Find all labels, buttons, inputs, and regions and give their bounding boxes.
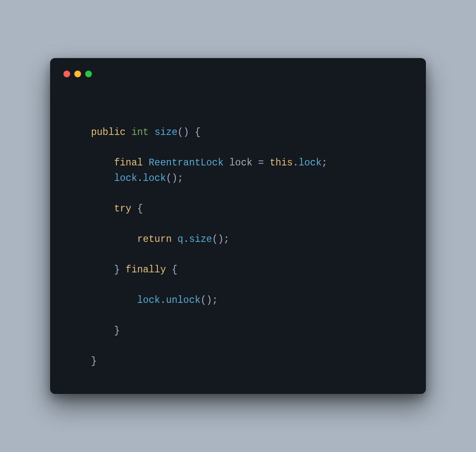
op-assign: = [258,157,264,168]
brace-close: } [91,356,97,367]
paren-open: ( [200,295,206,306]
call-size: size [189,234,212,245]
paren-close: ) [218,234,224,245]
keyword-finally: finally [126,264,166,275]
var-lock-local: lock [229,157,252,168]
keyword-return: return [137,234,172,245]
brace-open: { [137,203,143,214]
paren-open: ( [177,127,183,138]
class-reentrantlock: ReentrantLock [149,157,223,168]
dot: . [137,173,143,184]
code-block: public int size() { final ReentrantLock … [62,125,414,369]
code-window: public int size() { final ReentrantLock … [50,58,426,394]
semicolon: ; [224,234,230,245]
paren-close: ) [172,173,177,184]
keyword-final: final [114,157,143,168]
var-lock: lock [137,295,160,306]
brace-close: } [114,264,120,275]
paren-close: ) [206,295,212,306]
paren-open: ( [166,173,172,184]
keyword-this: this [270,157,293,168]
type-int: int [132,127,149,138]
var-lock: lock [114,173,137,184]
dot: . [293,157,299,168]
call-lock: lock [143,173,166,184]
dot: . [160,295,166,306]
brace-close: } [114,325,120,336]
minimize-icon[interactable] [74,71,81,77]
keyword-try: try [114,203,131,214]
paren-open: ( [212,234,218,245]
zoom-icon[interactable] [85,71,92,77]
semicolon: ; [212,295,218,306]
call-unlock: unlock [166,295,200,306]
window-titlebar [63,69,414,79]
paren-close: ) [183,127,189,138]
field-lock: lock [299,157,322,168]
method-size: size [154,127,177,138]
dot: . [183,234,189,245]
brace-open: { [172,264,177,275]
semicolon: ; [177,173,183,184]
brace-open: { [195,127,201,138]
close-icon[interactable] [63,71,70,77]
keyword-public: public [91,127,126,138]
var-q: q [177,234,183,245]
semicolon: ; [322,157,327,168]
